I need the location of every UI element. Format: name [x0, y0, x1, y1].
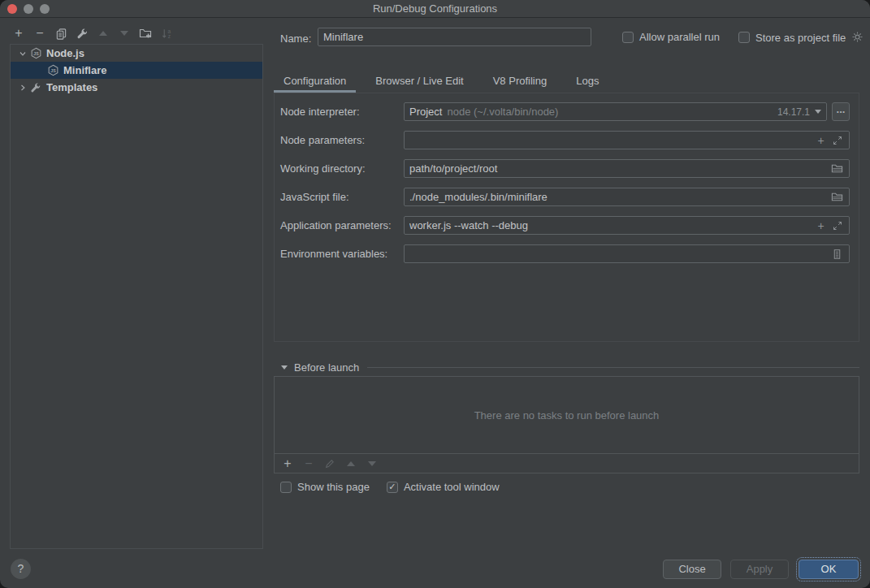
- interpreter-version: 14.17.1: [777, 106, 810, 118]
- create-folder-button[interactable]: [139, 27, 152, 40]
- ok-button[interactable]: OK: [799, 560, 859, 579]
- close-window-button[interactable]: [7, 4, 17, 14]
- name-input[interactable]: [323, 31, 586, 43]
- allow-parallel-run-checkbox[interactable]: [622, 32, 634, 43]
- node-interpreter-combobox[interactable]: Project node (~/.volta/bin/node) 14.17.1: [404, 102, 827, 121]
- folder-icon[interactable]: [830, 191, 844, 204]
- store-as-project-file-checkbox[interactable]: [738, 32, 750, 43]
- before-launch-title: Before launch: [294, 361, 359, 374]
- name-field: [318, 28, 591, 46]
- chevron-right-icon[interactable]: [16, 83, 29, 93]
- add-configuration-button[interactable]: +: [12, 27, 25, 40]
- tab-v8-profiling[interactable]: V8 Profiling: [483, 71, 556, 93]
- copy-icon: [55, 28, 67, 40]
- triangle-up-icon: [347, 461, 355, 466]
- folder-plus-icon: [139, 27, 152, 40]
- tab-logs[interactable]: Logs: [566, 71, 608, 93]
- copy-configuration-button[interactable]: [54, 27, 67, 40]
- application-parameters-row: Application parameters: +: [274, 216, 859, 235]
- node-parameters-field: +: [404, 131, 850, 149]
- working-directory-label: Working directory:: [280, 162, 366, 175]
- edit-task-button: [323, 457, 336, 470]
- show-this-page-label: Show this page: [297, 481, 370, 493]
- before-launch-header[interactable]: Before launch: [274, 361, 859, 374]
- name-label: Name:: [280, 32, 311, 45]
- variables-list-icon[interactable]: [830, 248, 844, 261]
- pencil-icon: [324, 458, 335, 469]
- configuration-tabs: Configuration Browser / Live Edit V8 Pro…: [274, 71, 618, 93]
- move-configuration-down-button: [118, 27, 131, 40]
- tree-item-miniflare[interactable]: JS Miniflare: [11, 62, 262, 79]
- store-as-project-file-label: Store as project file: [755, 32, 846, 44]
- tree-item-nodejs[interactable]: JS Node.js: [11, 45, 262, 62]
- minus-icon: −: [36, 27, 43, 40]
- svg-text:JS: JS: [50, 68, 56, 73]
- tree-item-label: Node.js: [46, 47, 84, 59]
- node-parameters-input[interactable]: [409, 134, 812, 146]
- check-icon: ✓: [388, 482, 396, 492]
- triangle-down-icon: [120, 31, 128, 36]
- environment-variables-label: Environment variables:: [280, 248, 387, 260]
- window-controls: [7, 4, 50, 14]
- tab-browser-live-edit[interactable]: Browser / Live Edit: [366, 71, 473, 93]
- interpreter-browse-button[interactable]: ...: [832, 102, 850, 121]
- close-button[interactable]: Close: [663, 560, 721, 579]
- tree-item-templates[interactable]: Templates: [11, 79, 262, 96]
- tab-configuration[interactable]: Configuration: [274, 71, 356, 93]
- chevron-down-icon[interactable]: [16, 49, 29, 58]
- sort-az-icon: a z: [161, 28, 173, 40]
- node-interpreter-label: Node interpreter:: [280, 106, 360, 118]
- allow-parallel-run-option: Allow parallel run: [622, 31, 720, 43]
- window-title: Run/Debug Configurations: [0, 0, 870, 17]
- insert-macro-icon[interactable]: +: [814, 219, 828, 232]
- application-parameters-field: +: [404, 216, 850, 235]
- before-launch-panel: There are no tasks to run before launch …: [274, 376, 859, 473]
- working-directory-input[interactable]: [409, 162, 828, 175]
- svg-text:JS: JS: [33, 51, 39, 56]
- working-directory-field: [404, 159, 850, 178]
- svg-text:z: z: [167, 33, 170, 39]
- environment-variables-row: Environment variables:: [274, 244, 859, 263]
- store-as-project-file-option: Store as project file: [738, 31, 864, 44]
- tree-item-label: Templates: [46, 81, 97, 93]
- edit-templates-button[interactable]: [76, 27, 89, 40]
- remove-task-button: −: [302, 457, 315, 470]
- application-parameters-input[interactable]: [409, 219, 812, 231]
- add-task-button[interactable]: +: [281, 457, 294, 470]
- node-interpreter-row: Node interpreter: Project node (~/.volta…: [274, 102, 859, 121]
- gear-icon[interactable]: [851, 31, 864, 44]
- remove-configuration-button[interactable]: −: [33, 27, 46, 40]
- javascript-file-label: JavaScript file:: [280, 191, 349, 203]
- sort-configurations-button: a z: [160, 27, 173, 40]
- environment-variables-input[interactable]: [409, 248, 828, 260]
- plus-icon: +: [15, 27, 22, 40]
- javascript-file-row: JavaScript file:: [274, 188, 859, 206]
- configurations-tree: JS Node.js JS Miniflare Tem: [10, 44, 263, 549]
- expand-field-icon[interactable]: [830, 134, 844, 147]
- chevron-down-icon: [815, 110, 821, 114]
- nodejs-icon: JS: [46, 64, 59, 77]
- move-task-up-button: [344, 457, 357, 470]
- templates-wrench-icon: [29, 81, 42, 94]
- configurations-toolbar: + − a z: [12, 25, 173, 41]
- javascript-file-input[interactable]: [409, 191, 828, 203]
- environment-variables-field: [404, 244, 850, 263]
- zoom-window-button: [40, 4, 50, 14]
- folder-icon[interactable]: [830, 162, 844, 175]
- plus-icon: +: [284, 457, 291, 470]
- wrench-icon: [76, 28, 89, 40]
- collapse-triangle-icon: [281, 365, 288, 370]
- insert-macro-icon[interactable]: +: [814, 134, 828, 147]
- run-debug-configurations-dialog: Run/Debug Configurations + −: [0, 0, 870, 588]
- section-divider: [367, 367, 859, 368]
- activate-tool-window-checkbox[interactable]: ✓: [387, 482, 398, 493]
- interpreter-project: Project: [409, 106, 442, 118]
- expand-field-icon[interactable]: [830, 219, 844, 232]
- apply-button: Apply: [730, 560, 789, 579]
- show-this-page-checkbox[interactable]: [280, 482, 292, 493]
- working-directory-row: Working directory:: [274, 159, 859, 178]
- triangle-up-icon: [99, 31, 107, 36]
- help-button[interactable]: ?: [11, 559, 31, 579]
- before-launch-toolbar: + −: [275, 453, 859, 473]
- triangle-down-icon: [368, 461, 376, 466]
